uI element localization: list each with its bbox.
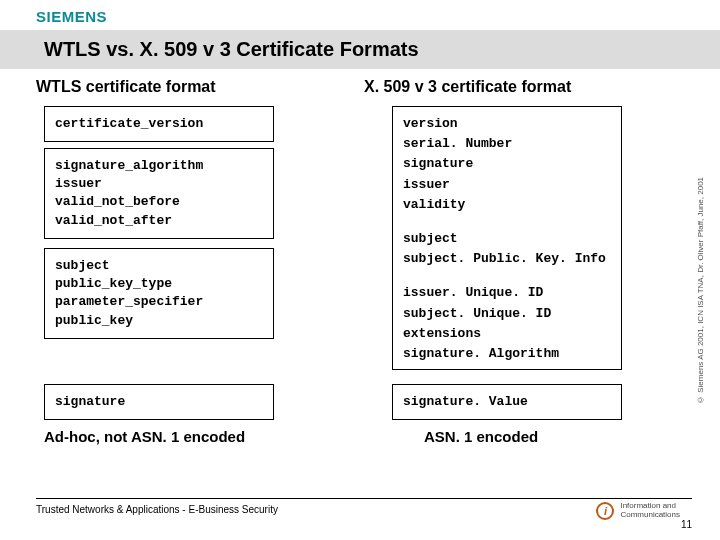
footer: Trusted Networks & Applications - E-Busi… — [0, 498, 720, 534]
field-label: subject — [55, 257, 263, 275]
field-label: extensions — [403, 325, 611, 343]
footer-divider — [36, 498, 692, 499]
field-label: certificate_version — [55, 115, 263, 133]
content-area: WTLS certificate format certificate_vers… — [36, 78, 692, 484]
field-label: signature — [55, 393, 263, 411]
field-label: signature. Value — [403, 393, 611, 411]
slide-title: WTLS vs. X. 509 v 3 Certificate Formats — [44, 38, 720, 61]
x509-box-main: version serial. Number signature issuer … — [392, 106, 622, 370]
wtls-box-signature: signature_algorithm issuer valid_not_bef… — [44, 148, 274, 239]
right-heading: X. 509 v 3 certificate format — [364, 78, 692, 96]
field-label: signature. Algorithm — [403, 345, 611, 363]
left-caption: Ad-hoc, not ASN. 1 encoded — [44, 428, 245, 445]
wtls-box-bottom-signature: signature — [44, 384, 274, 420]
field-label: serial. Number — [403, 135, 611, 153]
ic-line2: Communications — [620, 510, 680, 519]
field-label: subject — [403, 230, 611, 248]
field-label: issuer. Unique. ID — [403, 284, 611, 302]
field-label: parameter_specifier — [55, 293, 263, 311]
spacer — [403, 270, 611, 282]
field-label: signature_algorithm — [55, 157, 263, 175]
field-label: valid_not_after — [55, 212, 263, 230]
slide: SIEMENS WTLS vs. X. 509 v 3 Certificate … — [0, 0, 720, 540]
footer-left-text: Trusted Networks & Applications - E-Busi… — [36, 504, 278, 515]
footer-right-block: i Information and Communications — [596, 502, 680, 520]
wtls-box-subject: subject public_key_type parameter_specif… — [44, 248, 274, 339]
copyright-vertical: © Siemens AG 2001, ICN ISA TNA, Dr. Oliv… — [696, 110, 716, 470]
brand-logo: SIEMENS — [36, 8, 107, 25]
x509-box-signature-value: signature. Value — [392, 384, 622, 420]
wtls-box-version: certificate_version — [44, 106, 274, 142]
field-label: subject. Unique. ID — [403, 305, 611, 323]
field-label: valid_not_before — [55, 193, 263, 211]
right-caption: ASN. 1 encoded — [424, 428, 538, 445]
right-column: X. 509 v 3 certificate format version se… — [364, 78, 692, 484]
title-strip: WTLS vs. X. 509 v 3 Certificate Formats — [0, 30, 720, 69]
field-label: public_key — [55, 312, 263, 330]
field-label: issuer — [55, 175, 263, 193]
field-label: signature — [403, 155, 611, 173]
field-label: version — [403, 115, 611, 133]
field-label: validity — [403, 196, 611, 214]
info-comm-label: Information and Communications — [620, 502, 680, 520]
left-heading: WTLS certificate format — [36, 78, 364, 96]
field-label: public_key_type — [55, 275, 263, 293]
spacer — [403, 216, 611, 228]
left-column: WTLS certificate format certificate_vers… — [36, 78, 364, 484]
page-number: 11 — [681, 519, 692, 530]
field-label: issuer — [403, 176, 611, 194]
ic-line1: Information and — [620, 501, 676, 510]
info-comm-icon: i — [596, 502, 614, 520]
field-label: subject. Public. Key. Info — [403, 250, 611, 268]
